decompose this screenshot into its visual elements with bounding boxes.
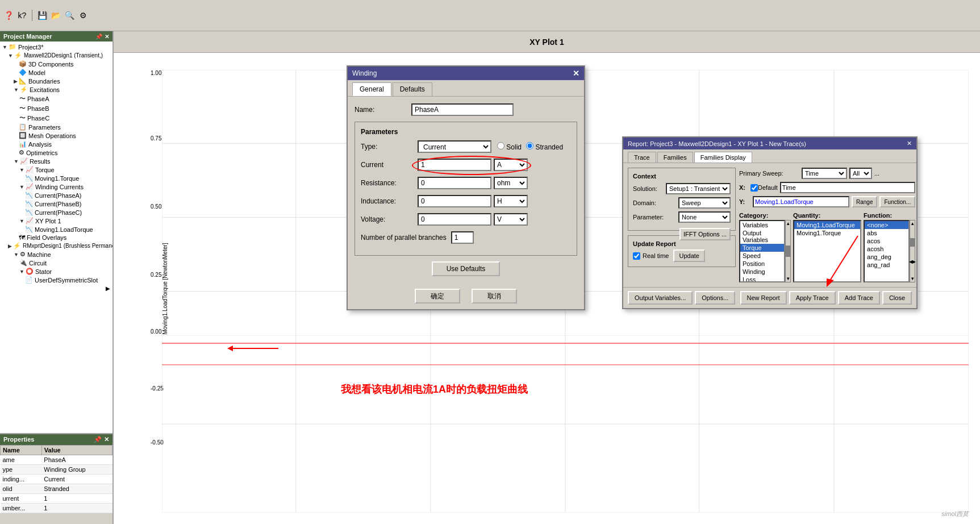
winding-dialog-close[interactable]: ✕ xyxy=(573,69,579,78)
tree-item-3dcomp[interactable]: ▶ 📦 3D Components xyxy=(1,60,111,68)
func-item-acosh[interactable]: acosh xyxy=(865,245,908,253)
voltage-unit-select[interactable]: V xyxy=(494,213,528,226)
tree-item-machine[interactable]: ▼ ⚙ Machine xyxy=(1,250,111,259)
stranded-radio[interactable] xyxy=(526,142,533,149)
qty-item-torque[interactable]: Moving1.Torque xyxy=(794,229,860,237)
apply-trace-btn[interactable]: Apply Trace xyxy=(789,291,836,305)
panel-pin-btn[interactable]: 📌 xyxy=(95,34,102,40)
properties-close-btn[interactable]: ✕ xyxy=(104,436,109,443)
tree-item-phaseB[interactable]: 〜 PhaseB xyxy=(1,103,111,113)
tree-item-currentphaseA[interactable]: 📉 Current(PhaseA) xyxy=(1,191,111,199)
tree-item-parameters[interactable]: ▶ 📋 Parameters xyxy=(1,123,111,131)
x-input[interactable] xyxy=(780,182,915,193)
type-select[interactable]: Current Voltage External xyxy=(418,140,491,153)
cat-item-winding[interactable]: Winding xyxy=(740,268,784,276)
category-list[interactable]: Variables Output Variables Torque Speed … xyxy=(739,220,785,282)
tree-item-windingcurrents[interactable]: ▼ 📈 Winding Currents xyxy=(1,182,111,191)
toolbar-btn-3[interactable]: 💾 xyxy=(36,9,48,22)
tree-item-xyplot1[interactable]: ▼ 📈 XY Plot 1 xyxy=(1,217,111,225)
function-scrollbar[interactable]: ▲ ◀ ▶ ▼ xyxy=(910,220,915,282)
tree-item-stator[interactable]: ▼ ⭕ Stator xyxy=(1,267,111,276)
report-dialog-close[interactable]: ✕ xyxy=(907,140,912,147)
report-tab-families-display[interactable]: Families Display xyxy=(694,152,752,163)
func-item-angrad[interactable]: ang_rad xyxy=(865,261,908,269)
cat-item-loss[interactable]: Loss xyxy=(740,276,784,282)
func-item-none[interactable]: <none> xyxy=(865,221,908,229)
branches-input[interactable] xyxy=(451,231,474,244)
func-item-abs[interactable]: abs xyxy=(865,229,908,237)
toolbar-btn-4[interactable]: 📂 xyxy=(49,9,62,22)
y-input[interactable] xyxy=(753,196,849,207)
tree-item-currentphaseC[interactable]: 📉 Current(PhaseC) xyxy=(1,208,111,217)
tree-item-excitations[interactable]: ▼ ⚡ Excitations xyxy=(1,85,111,94)
tree-item-mesh[interactable]: ▶ 🔲 Mesh Operations xyxy=(1,131,111,140)
cat-item-variables[interactable]: Variables xyxy=(740,221,784,229)
tree-item-rmxprt[interactable]: ▶ ⚡ RMxprtDesign1 (Brushless Permanent xyxy=(1,242,111,250)
toolbar-btn-2[interactable]: k? xyxy=(16,9,28,22)
function-btn[interactable]: Function... xyxy=(879,196,915,207)
quantity-list[interactable]: Moving1.LoadTorque Moving1.Torque xyxy=(793,220,861,282)
cat-item-speed[interactable]: Speed xyxy=(740,252,784,260)
func-item-acos[interactable]: acos xyxy=(865,237,908,245)
tree-item-circuit[interactable]: 🔌 Circuit xyxy=(1,259,111,267)
qty-item-loadtorque[interactable]: Moving1.LoadTorque xyxy=(794,221,860,229)
range-btn[interactable]: Range xyxy=(852,196,877,207)
tree-item-userdef[interactable]: 📄 UserDefSymmetricSlot xyxy=(1,276,111,284)
name-input[interactable] xyxy=(411,103,514,116)
primary-sweep-dots[interactable]: ... xyxy=(874,170,879,177)
tree-item-optimetrics[interactable]: ▶ ⚙ Optimetrics xyxy=(1,148,111,157)
solution-select[interactable]: Setup1 : Transient xyxy=(666,183,731,194)
tree-item-results[interactable]: ▼ 📈 Results xyxy=(1,157,111,165)
current-input[interactable] xyxy=(418,159,491,171)
tree-item-project3[interactable]: ▼ 📁 Project3* xyxy=(1,43,111,51)
tree-item-model[interactable]: ▶ 🔷 Model xyxy=(1,68,111,77)
solid-radio[interactable] xyxy=(497,142,504,149)
winding-tab-general[interactable]: General xyxy=(352,82,391,96)
scroll-right-indicator[interactable]: ▶ xyxy=(106,285,110,292)
tree-item-phaseA[interactable]: 〜 PhaseA xyxy=(1,94,111,103)
category-scrollbar[interactable]: ▲ ▼ xyxy=(785,220,791,282)
use-defaults-btn[interactable]: Use Defaults xyxy=(432,261,500,276)
tree-item-moving1torque[interactable]: 📉 Moving1.Torque xyxy=(1,174,111,182)
toolbar-btn-6[interactable]: ⚙ xyxy=(77,9,89,22)
resistance-input[interactable] xyxy=(418,177,491,189)
cat-item-output[interactable]: Output Variables xyxy=(740,229,784,244)
primary-sweep-all[interactable]: All xyxy=(849,168,872,179)
ok-btn[interactable]: 确定 xyxy=(415,289,460,303)
voltage-input[interactable] xyxy=(418,213,491,226)
toolbar-btn-5[interactable]: 🔍 xyxy=(63,9,76,22)
realtime-checkbox[interactable] xyxy=(633,252,640,260)
domain-select[interactable]: Sweep xyxy=(678,197,731,209)
tree-item-boundaries[interactable]: ▶ 📐 Boundaries xyxy=(1,77,111,85)
resistance-unit-select[interactable]: ohm xyxy=(494,177,528,189)
report-tab-families[interactable]: Families xyxy=(657,152,693,163)
options-btn[interactable]: Options... xyxy=(695,291,735,305)
close-btn[interactable]: Close xyxy=(882,291,912,305)
tree-item-maxwell2d[interactable]: ▼ ⚡ Maxwell2DDesign1 (Transient,) xyxy=(1,51,111,60)
toolbar-btn-1[interactable]: ❓ xyxy=(2,9,15,22)
ifft-btn[interactable]: IFFT Options ... xyxy=(679,228,731,240)
inductance-input[interactable] xyxy=(418,195,491,207)
tree-item-moving1loadtorque[interactable]: 📉 Moving1.LoadTorque xyxy=(1,225,111,234)
tree-item-phaseC[interactable]: 〜 PhaseC xyxy=(1,113,111,123)
new-report-btn[interactable]: New Report xyxy=(740,291,787,305)
tree-item-torque[interactable]: ▼ 📈 Torque xyxy=(1,165,111,174)
report-tab-trace[interactable]: Trace xyxy=(628,152,656,163)
panel-close-btn[interactable]: ✕ xyxy=(105,34,109,40)
function-list[interactable]: <none> abs acos acosh ang_deg ang_rad xyxy=(864,220,910,282)
func-item-angdeg[interactable]: ang_deg xyxy=(865,253,908,261)
current-unit-select[interactable]: AmAkA xyxy=(494,159,528,171)
cat-item-position[interactable]: Position xyxy=(740,260,784,268)
primary-sweep-select[interactable]: Time xyxy=(802,168,847,179)
tree-item-currentphaseB[interactable]: 📉 Current(PhaseB) xyxy=(1,199,111,208)
winding-tab-defaults[interactable]: Defaults xyxy=(393,82,432,96)
tree-item-fieldoverlays[interactable]: ▶ 🗺 Field Overlays xyxy=(1,234,111,242)
update-btn[interactable]: Update xyxy=(673,249,704,262)
cancel-btn[interactable]: 取消 xyxy=(472,289,517,303)
tree-item-analysis[interactable]: ▶ 📊 Analysis xyxy=(1,140,111,148)
add-trace-btn[interactable]: Add Trace xyxy=(838,291,880,305)
cat-item-torque[interactable]: Torque xyxy=(740,244,784,252)
output-vars-btn[interactable]: Output Variables... xyxy=(628,291,693,305)
properties-pin-btn[interactable]: 📌 xyxy=(94,436,102,443)
parameter-select[interactable]: None xyxy=(678,211,731,223)
